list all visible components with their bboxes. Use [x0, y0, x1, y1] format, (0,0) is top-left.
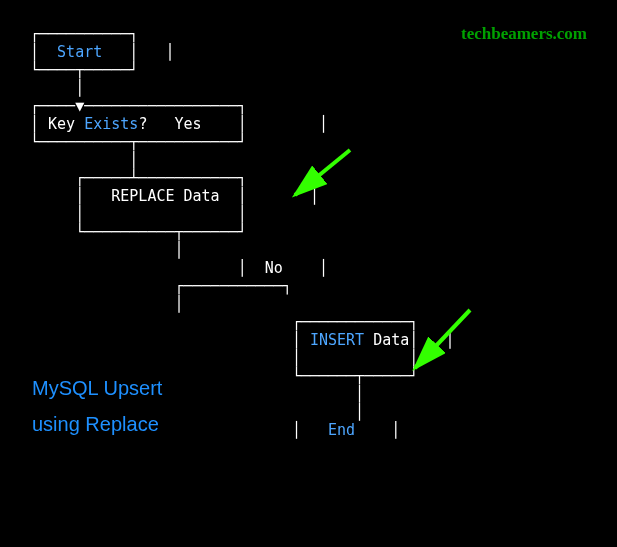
- watermark-text: techbeamers.com: [461, 24, 587, 44]
- end-node: End: [328, 421, 355, 439]
- exists-label: Exists: [84, 115, 138, 133]
- replace-data: Data: [184, 187, 220, 205]
- replace-label: REPLACE: [111, 187, 174, 205]
- no-label: No: [265, 259, 283, 277]
- insert-data: Data: [373, 331, 409, 349]
- question-mark: ?: [138, 115, 147, 133]
- yes-label: Yes: [175, 115, 202, 133]
- flowchart: ┌──────────┐ │ Start │ │ └────┬─────┘ │ …: [30, 25, 454, 439]
- insert-label: INSERT: [310, 331, 364, 349]
- start-node: Start: [57, 43, 102, 61]
- key-label: Key: [48, 115, 75, 133]
